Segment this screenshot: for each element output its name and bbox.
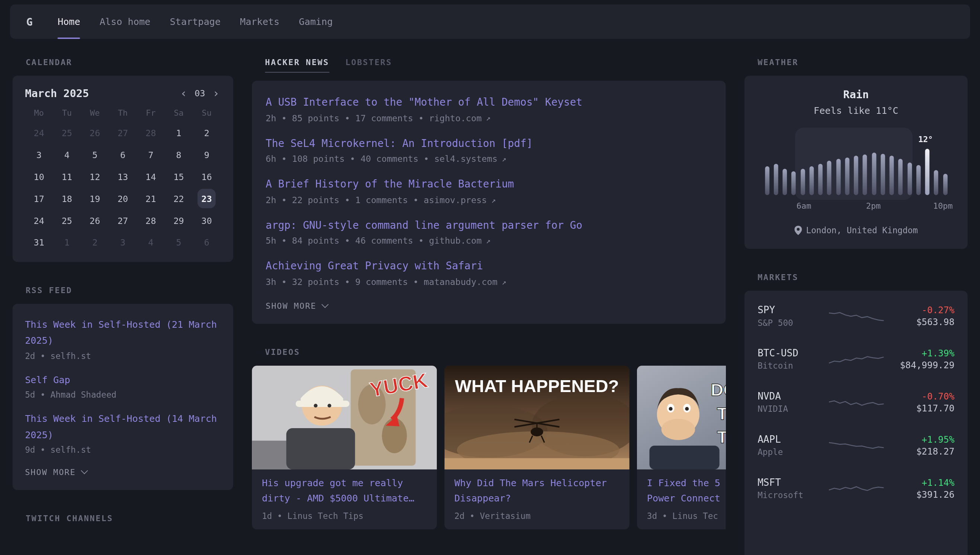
calendar-day[interactable]: 8 [165, 144, 193, 166]
market-ticker: AAPL [757, 434, 826, 445]
video-thumbnail-1[interactable]: YUCK [252, 366, 437, 470]
weather-bar [943, 174, 947, 195]
calendar-day[interactable]: 28 [137, 122, 165, 144]
right-column: WEATHER Rain Feels like 11°C 12°6am2pm10… [744, 58, 968, 555]
calendar-day[interactable]: 21 [137, 188, 165, 209]
news-item-title[interactable]: argp: GNU-style command line argument pa… [266, 217, 712, 233]
market-row-spy[interactable]: SPYS&P 500-0.27%$563.98 [757, 295, 954, 338]
calendar-day[interactable]: 26 [81, 209, 109, 231]
market-row-aapl[interactable]: AAPLApple+1.95%$218.27 [757, 424, 954, 467]
calendar-day[interactable]: 25 [53, 209, 81, 231]
external-link-icon[interactable]: ↗ [502, 278, 506, 286]
nav-tabs: HomeAlso homeStartpageMarketsGaming [58, 5, 333, 38]
video-title[interactable]: Why Did The Mars Helicopter Disappear? [454, 475, 619, 505]
external-link-icon[interactable]: ↗ [486, 237, 490, 245]
calendar-day[interactable]: 9 [193, 144, 221, 166]
external-link-icon[interactable]: ↗ [502, 154, 506, 163]
market-change: -0.27% [886, 305, 954, 315]
news-item-title[interactable]: The SeL4 Microkernel: An Introduction [p… [266, 135, 712, 151]
calendar-day[interactable]: 4 [137, 231, 165, 253]
calendar-day[interactable]: 5 [81, 144, 109, 166]
news-item-title[interactable]: Achieving Great Privacy with Safari [266, 258, 712, 274]
calendar-day[interactable]: 27 [109, 122, 137, 144]
video-meta: 2d • Veritasium [454, 510, 619, 520]
news-item: A USB Interface to the "Mother of All De… [266, 95, 712, 123]
current-temp-label: 12° [918, 134, 933, 144]
video-title[interactable]: His upgrade got me really dirty - AMD $5… [262, 475, 427, 505]
calendar-day[interactable]: 13 [109, 165, 137, 188]
calendar-day[interactable]: 16 [193, 165, 221, 188]
calendar-day[interactable]: 15 [165, 165, 193, 188]
calendar-day[interactable]: 17 [25, 188, 53, 209]
weather-bar [800, 169, 805, 195]
calendar-day[interactable]: 22 [165, 188, 193, 209]
video-title[interactable]: I Fixed the 5 Power Connect [647, 475, 726, 505]
market-price: $563.98 [886, 317, 954, 327]
video-meta: 1d • Linus Tech Tips [262, 510, 427, 520]
rss-item-meta: 9d • selfh.st [25, 444, 221, 455]
calendar-day-selected[interactable]: 23 [197, 189, 215, 208]
calendar-day[interactable]: 27 [109, 209, 137, 231]
calendar-day[interactable]: 30 [193, 209, 221, 231]
calendar-day[interactable]: 11 [53, 165, 81, 188]
tab-lobsters[interactable]: LOBSTERS [345, 58, 392, 72]
calendar-day[interactable]: 28 [137, 209, 165, 231]
calendar-day[interactable]: 18 [53, 188, 81, 209]
calendar-day[interactable]: 29 [165, 209, 193, 231]
weather-bar [890, 156, 894, 195]
calendar-day[interactable]: 3 [109, 231, 137, 253]
market-ticker-block: MSFTMicrosoft [757, 477, 826, 500]
calendar-day[interactable]: 3 [25, 144, 53, 166]
app-logo[interactable]: G [26, 5, 33, 38]
market-row-btc-usd[interactable]: BTC-USDBitcoin+1.39%$84,999.29 [757, 337, 954, 380]
calendar-day[interactable]: 12 [81, 165, 109, 188]
calendar-day[interactable]: 24 [25, 209, 53, 231]
calendar-day[interactable]: 14 [137, 165, 165, 188]
calendar-day[interactable]: 31 [25, 231, 53, 253]
calendar-day[interactable]: 10 [25, 165, 53, 188]
calendar-day[interactable]: 1 [165, 122, 193, 144]
calendar-prev-button[interactable]: ‹ [179, 87, 188, 99]
market-change: +1.39% [886, 348, 954, 358]
rss-show-more-button[interactable]: SHOW MORE [25, 468, 87, 477]
market-name: Bitcoin [757, 361, 826, 371]
markets-section-title: MARKETS [757, 273, 967, 283]
nav-tab-gaming[interactable]: Gaming [299, 5, 333, 38]
external-link-icon[interactable]: ↗ [491, 196, 496, 205]
external-link-icon[interactable]: ↗ [486, 114, 490, 122]
market-row-nvda[interactable]: NVDANVIDIA-0.70%$117.70 [757, 380, 954, 424]
video-meta: 3d • Linus Tec [647, 510, 726, 520]
calendar-day[interactable]: 7 [137, 144, 165, 166]
calendar-day[interactable]: 19 [81, 188, 109, 209]
tab-hacker-news[interactable]: HACKER NEWS [265, 58, 329, 72]
calendar-day[interactable]: 1 [53, 231, 81, 253]
market-row-msft[interactable]: MSFTMicrosoft+1.14%$391.26 [757, 467, 954, 510]
nav-tab-home[interactable]: Home [58, 5, 80, 38]
news-item-title[interactable]: A Brief History of the Miracle Bacterium [266, 176, 712, 192]
calendar-day[interactable]: 24 [25, 122, 53, 144]
calendar-day[interactable]: 26 [81, 122, 109, 144]
rss-item-title[interactable]: This Week in Self-Hosted (14 March 2025) [25, 411, 221, 443]
calendar-day[interactable]: 4 [53, 144, 81, 166]
calendar-day[interactable]: 6 [193, 231, 221, 253]
video-thumbnail-2[interactable]: WHAT HAPPENED? [444, 366, 629, 470]
rss-item-title[interactable]: Self Gap [25, 372, 221, 388]
video-thumbnail-3[interactable]: DO T T [637, 366, 726, 470]
calendar-day[interactable]: 25 [53, 122, 81, 144]
calendar-month-number[interactable]: 03 [194, 88, 205, 98]
rss-item-title[interactable]: This Week in Self-Hosted (21 March 2025) [25, 316, 221, 349]
nav-tab-startpage[interactable]: Startpage [170, 5, 221, 38]
calendar-day[interactable]: 2 [193, 122, 221, 144]
nav-tab-markets[interactable]: Markets [240, 5, 279, 38]
news-item-title[interactable]: A USB Interface to the "Mother of All De… [266, 95, 712, 111]
calendar-next-button[interactable]: › [211, 87, 221, 99]
calendar-day[interactable]: 6 [109, 144, 137, 166]
news-tab-row: HACKER NEWS LOBSTERS [265, 58, 725, 72]
nav-tab-also-home[interactable]: Also home [100, 5, 151, 38]
news-show-more-button[interactable]: SHOW MORE [266, 301, 328, 311]
calendar-day[interactable]: 20 [109, 188, 137, 209]
calendar-day[interactable]: 2 [81, 231, 109, 253]
calendar-day[interactable]: 5 [165, 231, 193, 253]
market-price: $391.26 [886, 489, 954, 500]
weather-bar [773, 164, 778, 195]
